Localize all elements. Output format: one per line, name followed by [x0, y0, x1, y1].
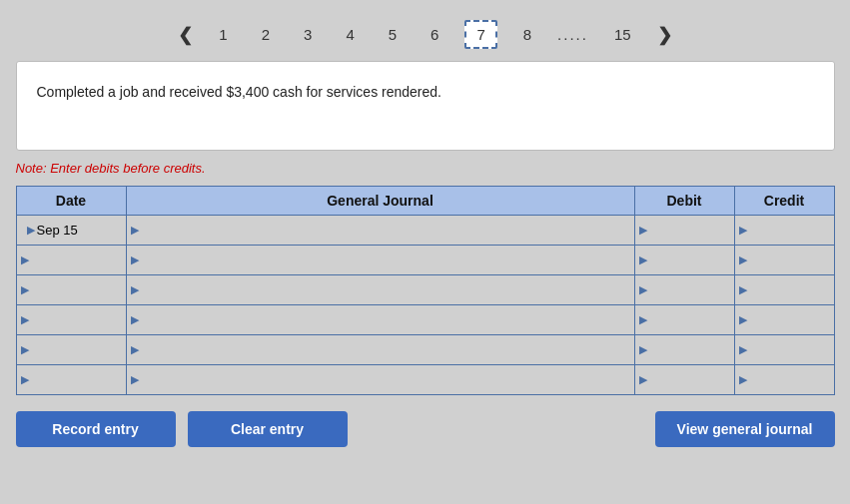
table-row: ▶ Sep 15 ▶ ▶ — [16, 216, 834, 246]
row2-credit-arrow: ▶ — [739, 253, 747, 266]
page-6[interactable]: 6 — [423, 22, 446, 47]
date-input-6[interactable] — [31, 365, 122, 394]
journal-input-2[interactable] — [141, 246, 630, 274]
credit-input-6[interactable] — [749, 365, 830, 394]
prev-arrow[interactable]: ❮ — [178, 24, 193, 46]
journal-cell-1[interactable]: ▶ — [126, 216, 634, 246]
credit-cell-6[interactable]: ▶ — [734, 365, 834, 395]
credit-cell-2[interactable]: ▶ — [734, 246, 834, 275]
row5-debit-arrow: ▶ — [639, 343, 647, 356]
scenario-box: Completed a job and received $3,400 cash… — [16, 61, 835, 151]
journal-table: Date General Journal Debit Credit ▶ Sep … — [16, 186, 835, 395]
page-1[interactable]: 1 — [211, 22, 235, 47]
debit-input-4[interactable] — [649, 305, 730, 334]
page-dots: ..... — [557, 26, 588, 43]
table-row: ▶ ▶ ▶ — [16, 275, 834, 305]
page-8[interactable]: 8 — [515, 22, 539, 47]
journal-cell-6[interactable]: ▶ — [126, 365, 634, 395]
debit-cell-2[interactable]: ▶ — [634, 246, 734, 275]
header-general-journal: General Journal — [126, 187, 634, 216]
date-input-2[interactable] — [31, 246, 122, 274]
row1-journal-arrow: ▶ — [131, 224, 139, 237]
table-row: ▶ ▶ ▶ — [16, 246, 834, 275]
record-entry-button[interactable]: Record entry — [16, 411, 176, 447]
row1-debit-arrow: ▶ — [639, 224, 647, 237]
date-cell-1: ▶ Sep 15 — [16, 216, 126, 246]
date-input-3[interactable] — [31, 275, 122, 304]
journal-input-1[interactable] — [141, 216, 630, 245]
row2-debit-arrow: ▶ — [639, 253, 647, 266]
header-credit: Credit — [734, 187, 834, 216]
journal-cell-5[interactable]: ▶ — [126, 335, 634, 365]
journal-input-3[interactable] — [141, 275, 630, 304]
row4-credit-arrow: ▶ — [739, 313, 747, 326]
row4-arrow: ▶ — [21, 313, 29, 326]
header-debit: Debit — [634, 187, 734, 216]
clear-entry-button[interactable]: Clear entry — [188, 411, 348, 447]
pagination: ❮ 1 2 3 4 5 6 7 8 ..... 15 ❯ — [16, 10, 835, 61]
date-value-1: Sep 15 — [37, 223, 78, 238]
view-general-journal-button[interactable]: View general journal — [655, 411, 835, 447]
debit-cell-4[interactable]: ▶ — [634, 305, 734, 335]
debit-cell-6[interactable]: ▶ — [634, 365, 734, 395]
row6-debit-arrow: ▶ — [639, 373, 647, 386]
row3-arrow: ▶ — [21, 283, 29, 296]
credit-cell-4[interactable]: ▶ — [734, 305, 834, 335]
credit-cell-5[interactable]: ▶ — [734, 335, 834, 365]
page-3[interactable]: 3 — [296, 22, 320, 47]
table-row: ▶ ▶ ▶ — [16, 365, 834, 395]
table-row: ▶ ▶ ▶ — [16, 305, 834, 335]
row1-arrow: ▶ — [27, 224, 35, 237]
journal-input-5[interactable] — [141, 335, 630, 364]
date-cell-6[interactable]: ▶ — [16, 365, 126, 395]
next-arrow[interactable]: ❯ — [657, 24, 672, 46]
row4-journal-arrow: ▶ — [131, 313, 139, 326]
date-input-5[interactable] — [31, 335, 122, 364]
debit-cell-5[interactable]: ▶ — [634, 335, 734, 365]
debit-input-5[interactable] — [649, 335, 730, 364]
scenario-text: Completed a job and received $3,400 cash… — [37, 84, 441, 100]
page-7[interactable]: 7 — [464, 20, 496, 49]
main-container: ❮ 1 2 3 4 5 6 7 8 ..... 15 ❯ Completed a… — [16, 10, 835, 447]
debit-input-6[interactable] — [649, 365, 730, 394]
credit-input-5[interactable] — [749, 335, 830, 364]
table-row: ▶ ▶ ▶ — [16, 335, 834, 365]
row6-arrow: ▶ — [21, 373, 29, 386]
credit-input-3[interactable] — [749, 275, 830, 304]
journal-input-6[interactable] — [141, 365, 630, 394]
row5-arrow: ▶ — [21, 343, 29, 356]
journal-cell-4[interactable]: ▶ — [126, 305, 634, 335]
row3-journal-arrow: ▶ — [131, 283, 139, 296]
debit-cell-1[interactable]: ▶ — [634, 216, 734, 246]
debit-input-1[interactable] — [649, 216, 730, 245]
credit-cell-3[interactable]: ▶ — [734, 275, 834, 305]
credit-cell-1[interactable]: ▶ — [734, 216, 834, 246]
date-cell-2[interactable]: ▶ — [16, 246, 126, 275]
credit-input-4[interactable] — [749, 305, 830, 334]
row3-debit-arrow: ▶ — [639, 283, 647, 296]
row5-journal-arrow: ▶ — [131, 343, 139, 356]
row1-credit-arrow: ▶ — [739, 224, 747, 237]
page-2[interactable]: 2 — [254, 22, 278, 47]
date-input-4[interactable] — [31, 305, 122, 334]
journal-cell-2[interactable]: ▶ — [126, 246, 634, 275]
credit-input-1[interactable] — [749, 216, 830, 245]
debit-cell-3[interactable]: ▶ — [634, 275, 734, 305]
date-cell-3[interactable]: ▶ — [16, 275, 126, 305]
journal-cell-3[interactable]: ▶ — [126, 275, 634, 305]
row2-arrow: ▶ — [21, 253, 29, 266]
debit-input-3[interactable] — [649, 275, 730, 304]
page-15[interactable]: 15 — [606, 22, 639, 47]
date-cell-5[interactable]: ▶ — [16, 335, 126, 365]
row2-journal-arrow: ▶ — [131, 253, 139, 266]
row5-credit-arrow: ▶ — [739, 343, 747, 356]
debit-input-2[interactable] — [649, 246, 730, 274]
button-row: Record entry Clear entry View general jo… — [16, 411, 835, 447]
date-cell-4[interactable]: ▶ — [16, 305, 126, 335]
credit-input-2[interactable] — [749, 246, 830, 274]
journal-input-4[interactable] — [141, 305, 630, 334]
page-4[interactable]: 4 — [338, 22, 362, 47]
row6-credit-arrow: ▶ — [739, 373, 747, 386]
page-5[interactable]: 5 — [381, 22, 405, 47]
row3-credit-arrow: ▶ — [739, 283, 747, 296]
